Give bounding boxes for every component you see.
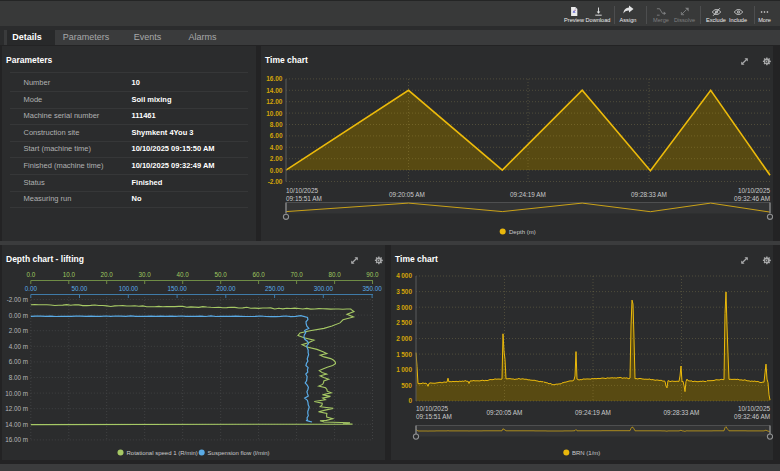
svg-text:1 500: 1 500 bbox=[396, 351, 412, 358]
svg-text:09:32:46 AM: 09:32:46 AM bbox=[734, 195, 770, 202]
svg-text:100.00: 100.00 bbox=[119, 285, 139, 292]
svg-text:8.00: 8.00 bbox=[270, 121, 283, 128]
svg-text:09:28:33 AM: 09:28:33 AM bbox=[664, 409, 700, 416]
svg-text:150.00: 150.00 bbox=[167, 285, 187, 292]
svg-text:40.0: 40.0 bbox=[177, 271, 190, 278]
svg-text:09:32:46 AM: 09:32:46 AM bbox=[734, 413, 770, 420]
svg-text:50.0: 50.0 bbox=[215, 271, 228, 278]
svg-text:2 000: 2 000 bbox=[396, 335, 412, 342]
svg-text:3 500: 3 500 bbox=[396, 288, 412, 295]
svg-text:-2.00: -2.00 bbox=[268, 178, 283, 185]
svg-text:6.00 m: 6.00 m bbox=[9, 358, 28, 365]
svg-text:20.0: 20.0 bbox=[101, 271, 114, 278]
svg-text:350.00: 350.00 bbox=[362, 285, 382, 292]
svg-text:4.00 m: 4.00 m bbox=[9, 343, 28, 350]
svg-text:09:28:33 AM: 09:28:33 AM bbox=[631, 191, 667, 198]
svg-text:200.00: 200.00 bbox=[216, 285, 236, 292]
svg-text:Suspension flow (l/min): Suspension flow (l/min) bbox=[208, 450, 270, 456]
svg-text:12.00: 12.00 bbox=[266, 98, 283, 105]
svg-text:0.0: 0.0 bbox=[26, 271, 35, 278]
svg-text:300.00: 300.00 bbox=[314, 285, 334, 292]
svg-text:16.00 m: 16.00 m bbox=[5, 436, 28, 443]
svg-text:0.00: 0.00 bbox=[270, 167, 283, 174]
svg-text:10.00 m: 10.00 m bbox=[5, 390, 28, 397]
svg-text:14.00: 14.00 bbox=[266, 87, 283, 94]
svg-text:80.0: 80.0 bbox=[328, 271, 341, 278]
svg-text:90.0: 90.0 bbox=[366, 271, 379, 278]
svg-text:09:24:19 AM: 09:24:19 AM bbox=[510, 191, 546, 198]
svg-text:30.0: 30.0 bbox=[139, 271, 152, 278]
svg-text:0: 0 bbox=[408, 397, 412, 404]
svg-text:10.00: 10.00 bbox=[266, 110, 283, 117]
svg-text:4 000: 4 000 bbox=[396, 272, 412, 279]
svg-text:10/10/2025: 10/10/2025 bbox=[416, 405, 448, 412]
svg-text:BRN (1/m): BRN (1/m) bbox=[572, 450, 600, 456]
svg-text:0.00 m: 0.00 m bbox=[9, 312, 28, 319]
svg-text:50.00: 50.00 bbox=[72, 285, 88, 292]
svg-text:09:15:51 AM: 09:15:51 AM bbox=[416, 413, 452, 420]
svg-text:12.00 m: 12.00 m bbox=[5, 405, 28, 412]
svg-text:-2.00 m: -2.00 m bbox=[7, 296, 28, 303]
svg-text:4.00: 4.00 bbox=[270, 144, 283, 151]
svg-text:60.0: 60.0 bbox=[252, 271, 265, 278]
svg-text:6.00: 6.00 bbox=[270, 132, 283, 139]
svg-text:09:24:19 AM: 09:24:19 AM bbox=[575, 409, 611, 416]
svg-text:Rotational speed 1 (R/min): Rotational speed 1 (R/min) bbox=[127, 450, 198, 456]
svg-text:2.00: 2.00 bbox=[270, 155, 283, 162]
svg-text:10/10/2025: 10/10/2025 bbox=[738, 405, 770, 412]
svg-text:10/10/2025: 10/10/2025 bbox=[738, 187, 770, 194]
svg-text:0.00: 0.00 bbox=[25, 285, 38, 292]
svg-text:09:20:05 AM: 09:20:05 AM bbox=[389, 191, 425, 198]
svg-text:8.00 m: 8.00 m bbox=[9, 374, 28, 381]
svg-text:3 000: 3 000 bbox=[396, 304, 412, 311]
svg-text:250.00: 250.00 bbox=[265, 285, 285, 292]
svg-text:16.00: 16.00 bbox=[266, 75, 283, 82]
svg-text:500: 500 bbox=[401, 382, 412, 389]
svg-text:1 000: 1 000 bbox=[396, 366, 412, 373]
svg-text:2.00 m: 2.00 m bbox=[9, 327, 28, 334]
svg-text:70.0: 70.0 bbox=[290, 271, 303, 278]
svg-text:2 500: 2 500 bbox=[396, 319, 412, 326]
svg-text:10.0: 10.0 bbox=[63, 271, 76, 278]
svg-text:10/10/2025: 10/10/2025 bbox=[286, 187, 318, 194]
svg-text:Depth (m): Depth (m) bbox=[509, 229, 536, 235]
svg-text:09:20:05 AM: 09:20:05 AM bbox=[487, 409, 523, 416]
svg-text:14.00 m: 14.00 m bbox=[5, 421, 28, 428]
svg-text:09:15:51 AM: 09:15:51 AM bbox=[286, 195, 322, 202]
